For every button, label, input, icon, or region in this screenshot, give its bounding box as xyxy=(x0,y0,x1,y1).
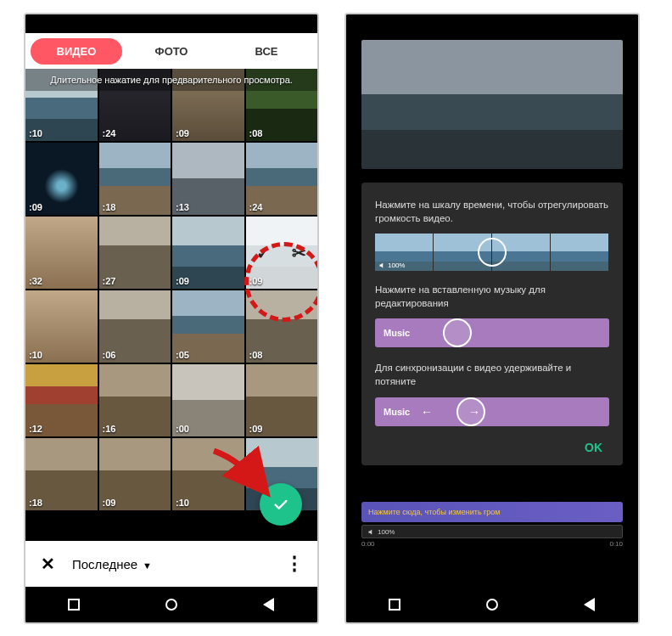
duration-label: :08 xyxy=(249,350,263,360)
ok-button[interactable]: OK xyxy=(578,436,609,459)
phone-right: Нажмите на шкалу времени, чтобы отрегули… xyxy=(344,13,640,624)
hint-text: Длительное нажатие для предварительного … xyxy=(50,75,293,85)
video-thumbnail[interactable]: :05 xyxy=(172,290,244,363)
duration-label: :09 xyxy=(249,424,263,434)
duration-label: :05 xyxy=(176,350,189,360)
dlg-step1-text: Нажмите на шкалу времени, чтобы отрегули… xyxy=(375,198,609,225)
chevron-down-icon: ▼ xyxy=(143,560,152,571)
tutorial-dialog: Нажмите на шкалу времени, чтобы отрегули… xyxy=(361,183,623,465)
video-thumbnail[interactable]: :12 xyxy=(25,364,98,436)
video-thumbnail[interactable]: :09 xyxy=(246,364,318,436)
video-timeline-demo[interactable]: 100% xyxy=(375,234,609,271)
music-track-demo-2[interactable]: Music ←→ xyxy=(375,397,609,426)
speaker-icon xyxy=(367,528,375,536)
duration-label: :12 xyxy=(29,424,42,434)
duration-label: :10 xyxy=(176,498,189,508)
video-thumbnail[interactable]: :18 xyxy=(25,438,98,510)
tab-video[interactable]: ВИДЕО xyxy=(31,38,122,65)
confirm-fab[interactable] xyxy=(260,483,302,526)
statusbar xyxy=(25,14,317,33)
nav-recent[interactable] xyxy=(387,597,402,612)
duration-label: :09 xyxy=(176,128,189,138)
time-ruler: 0:000:10 xyxy=(361,540,623,548)
nav-back[interactable] xyxy=(582,597,597,612)
video-track[interactable]: Нажмите сюда, чтобы изменить гром xyxy=(361,502,623,522)
video-thumbnail[interactable]: :08 xyxy=(246,290,318,363)
duration-label: :08 xyxy=(249,128,263,138)
media-tabs: ВИДЕО ФОТО ВСЕ xyxy=(25,33,317,69)
video-thumbnail[interactable]: :18 xyxy=(99,143,171,215)
android-navbar xyxy=(25,587,317,622)
touch-indicator xyxy=(478,238,507,267)
editor-timeline[interactable]: Нажмите сюда, чтобы изменить гром 100% 0… xyxy=(361,502,623,548)
video-thumbnail[interactable]: :09 xyxy=(99,438,171,510)
video-grid: :10:24:09:08:09:18:13:24:32:27:09✓✂:09:1… xyxy=(25,69,317,541)
album-label[interactable]: Последнее▼ xyxy=(72,557,285,571)
music-track-demo-1[interactable]: Music xyxy=(375,318,609,347)
close-icon[interactable]: ✕ xyxy=(41,554,55,574)
video-thumbnail[interactable]: ✓✂:09 xyxy=(246,217,318,289)
duration-label: :09 xyxy=(176,276,189,286)
overflow-menu-icon[interactable]: ⋮ xyxy=(285,553,302,575)
nav-home[interactable] xyxy=(164,597,179,612)
drag-arrows-icon: ←→ xyxy=(421,405,609,419)
tab-all[interactable]: ВСЕ xyxy=(221,38,312,65)
duration-label: :24 xyxy=(249,202,263,212)
video-thumbnail[interactable]: :27 xyxy=(99,217,171,289)
tab-photo[interactable]: ФОТО xyxy=(126,38,217,65)
longpress-hint: Длительное нажатие для предварительного … xyxy=(25,69,317,91)
duration-label: :10 xyxy=(29,350,42,360)
phone-left: ВИДЕО ФОТО ВСЕ Длительное нажатие для пр… xyxy=(24,13,319,624)
duration-label: :09 xyxy=(29,202,42,212)
video-thumbnail[interactable]: :10 xyxy=(25,290,98,363)
duration-label: :27 xyxy=(103,276,116,286)
check-icon[interactable]: ✓ xyxy=(256,243,271,263)
dlg-step2-text: Нажмите на вставленную музыку для редакт… xyxy=(375,283,609,310)
check-icon xyxy=(272,495,290,514)
duration-label: :18 xyxy=(29,498,42,508)
video-thumbnail[interactable]: :32 xyxy=(25,217,98,289)
video-thumbnail[interactable]: :00 xyxy=(172,364,244,436)
scissors-icon[interactable]: ✂ xyxy=(292,243,306,263)
nav-home[interactable] xyxy=(484,597,500,612)
video-thumbnail[interactable]: :06 xyxy=(99,290,171,363)
video-preview[interactable] xyxy=(361,40,623,169)
video-thumbnail[interactable]: :09 xyxy=(172,217,244,289)
video-thumbnail[interactable]: :24 xyxy=(246,143,318,215)
video-editor: Нажмите на шкалу времени, чтобы отрегули… xyxy=(346,33,638,587)
duration-label: :18 xyxy=(103,202,116,212)
duration-label: :13 xyxy=(176,202,189,212)
video-thumbnail[interactable]: :16 xyxy=(99,364,171,436)
video-thumbnail[interactable]: :10 xyxy=(172,438,244,510)
android-navbar xyxy=(346,587,638,622)
duration-label: :32 xyxy=(29,276,42,286)
duration-label: :06 xyxy=(103,350,116,360)
duration-label: :16 xyxy=(103,424,116,434)
duration-label: :24 xyxy=(103,128,116,138)
duration-label: :00 xyxy=(176,424,189,434)
duration-label: :09 xyxy=(103,498,116,508)
music-label: Music xyxy=(375,407,410,417)
music-label: Music xyxy=(375,328,410,338)
album-picker-bar: ✕ Последнее▼ ⋮ xyxy=(25,541,317,587)
nav-recent[interactable] xyxy=(66,597,81,612)
nav-back[interactable] xyxy=(261,597,277,612)
touch-indicator xyxy=(443,318,472,347)
audio-track[interactable]: 100% xyxy=(361,525,623,538)
dlg-step3-text: Для синхронизации с видео удерживайте и … xyxy=(375,361,609,388)
volume-label: 100% xyxy=(378,262,405,269)
speaker-icon xyxy=(378,262,386,269)
duration-label: :10 xyxy=(29,128,42,138)
video-thumbnail[interactable]: :13 xyxy=(172,143,244,215)
video-thumbnail[interactable]: :09 xyxy=(25,143,98,215)
statusbar xyxy=(346,14,638,33)
duration-label: :09 xyxy=(249,276,263,286)
